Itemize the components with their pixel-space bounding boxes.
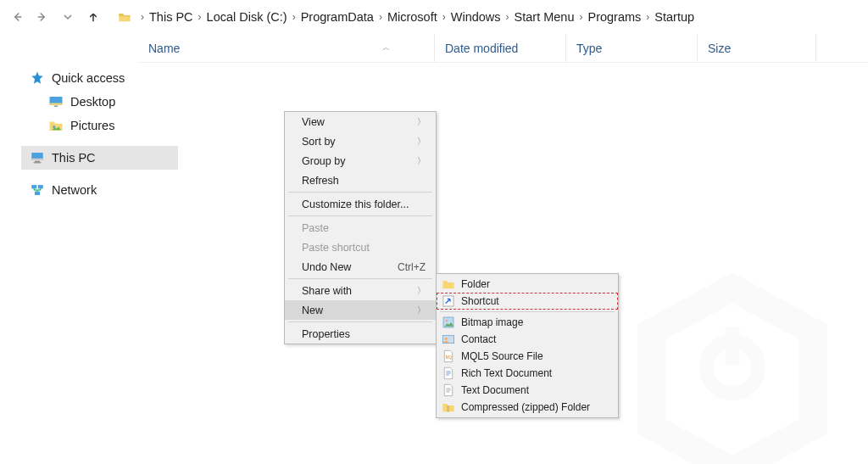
separator <box>288 192 432 193</box>
svg-rect-7 <box>50 103 63 105</box>
chevron-right-icon: › <box>506 11 509 23</box>
zip-icon <box>442 400 455 414</box>
submenu-new-shortcut[interactable]: Shortcut <box>437 293 618 310</box>
chevron-right-icon: › <box>141 11 144 23</box>
tree-quick-access[interactable]: Quick access <box>21 66 178 90</box>
svg-point-21 <box>445 338 448 340</box>
submenu-label: Contact <box>461 333 496 345</box>
file-rtf-icon <box>442 366 455 380</box>
tree-label: This PC <box>52 151 96 165</box>
sort-indicator-icon: ︿ <box>382 42 390 53</box>
column-date[interactable]: Date modified <box>435 34 566 62</box>
separator <box>288 278 432 279</box>
nav-up-button[interactable] <box>83 7 103 27</box>
svg-rect-16 <box>35 192 40 196</box>
column-size[interactable]: Size <box>698 34 816 62</box>
nav-forward-button[interactable] <box>32 7 53 27</box>
submenu-arrow-icon: 〉 <box>417 155 426 167</box>
toolbar: › This PC › Local Disk (C:) › ProgramDat… <box>0 0 868 34</box>
address-bar[interactable]: › This PC › Local Disk (C:) › ProgramDat… <box>112 10 861 24</box>
chevron-right-icon: › <box>646 11 649 23</box>
submenu-new-text[interactable]: Text Document <box>437 382 618 399</box>
navigation-pane: Quick access Desktop Pictures This PC Ne… <box>0 49 178 202</box>
tree-label: Desktop <box>70 95 115 109</box>
tree-pictures[interactable]: Pictures <box>21 114 178 137</box>
keyboard-shortcut: Ctrl+Z <box>398 261 426 273</box>
folder-icon <box>442 277 455 291</box>
svg-rect-11 <box>31 159 43 160</box>
breadcrumb-item[interactable]: This PC <box>147 10 195 24</box>
ctx-paste: Paste <box>285 218 436 238</box>
breadcrumb-item[interactable]: ProgramData <box>299 10 376 24</box>
submenu-new-zip[interactable]: Compressed (zipped) Folder <box>437 399 618 416</box>
submenu-label: Rich Text Document <box>461 367 552 379</box>
ctx-sort-by[interactable]: Sort by〉 <box>285 131 436 151</box>
folder-icon <box>117 10 132 24</box>
svg-rect-13 <box>34 162 42 163</box>
ctx-share-with[interactable]: Share with〉 <box>285 281 436 300</box>
chevron-right-icon: › <box>198 11 202 23</box>
file-code-icon: MQ <box>442 349 455 363</box>
submenu-new-contact[interactable]: Contact <box>437 331 618 348</box>
tree-network[interactable]: Network <box>21 178 178 202</box>
chevron-right-icon: › <box>579 11 582 23</box>
breadcrumb-item[interactable]: Startup <box>653 10 696 24</box>
tree-this-pc[interactable]: This PC <box>21 146 178 170</box>
nav-recent-dropdown[interactable] <box>58 7 78 27</box>
breadcrumb-item[interactable]: Local Disk (C:) <box>205 10 289 24</box>
column-headers: Name ︿ Date modified Type Size <box>138 34 868 63</box>
svg-rect-15 <box>38 185 43 189</box>
svg-rect-12 <box>35 161 40 163</box>
computer-icon <box>30 150 45 165</box>
ctx-group-by[interactable]: Group by〉 <box>285 151 436 171</box>
submenu-new-folder[interactable]: Folder <box>437 276 618 293</box>
svg-rect-14 <box>31 185 36 189</box>
column-type[interactable]: Type <box>566 34 698 62</box>
submenu-arrow-icon: 〉 <box>417 136 426 148</box>
ctx-refresh[interactable]: Refresh <box>285 171 436 190</box>
submenu-arrow-icon: 〉 <box>417 305 426 316</box>
ctx-properties[interactable]: Properties <box>285 324 436 344</box>
breadcrumb-item[interactable]: Microsoft <box>386 10 439 24</box>
breadcrumb-item[interactable]: Programs <box>586 10 643 24</box>
submenu-new-bitmap[interactable]: Bitmap image <box>437 314 618 331</box>
chevron-right-icon: › <box>442 11 446 23</box>
ctx-customize[interactable]: Customize this folder... <box>285 194 436 214</box>
column-name[interactable]: Name ︿ <box>138 34 435 62</box>
star-icon <box>30 70 45 86</box>
ctx-view[interactable]: View〉 <box>285 112 436 131</box>
tree-label: Pictures <box>70 119 114 132</box>
breadcrumb-item[interactable]: Windows <box>449 10 503 24</box>
ctx-new[interactable]: New〉 <box>285 300 436 320</box>
context-menu: View〉 Sort by〉 Group by〉 Refresh Customi… <box>284 111 437 344</box>
tree-label: Network <box>52 183 97 197</box>
pictures-icon <box>48 118 64 133</box>
context-submenu-new: Folder Shortcut Bitmap image Contact MQ … <box>436 273 619 418</box>
submenu-arrow-icon: 〉 <box>417 285 426 297</box>
svg-rect-3 <box>726 327 740 365</box>
image-icon <box>442 316 455 329</box>
submenu-label: Shortcut <box>461 295 499 307</box>
tree-label: Quick access <box>52 71 125 85</box>
submenu-arrow-icon: 〉 <box>417 116 426 128</box>
submenu-label: MQL5 Source File <box>461 350 543 362</box>
shortcut-icon <box>442 294 455 308</box>
chevron-right-icon: › <box>379 11 382 23</box>
breadcrumb-item[interactable]: Start Menu <box>513 10 576 24</box>
separator <box>288 321 432 322</box>
tree-desktop[interactable]: Desktop <box>21 90 178 114</box>
ctx-undo[interactable]: Undo NewCtrl+Z <box>285 257 436 277</box>
contact-icon <box>442 333 455 346</box>
file-text-icon <box>442 383 455 397</box>
separator <box>288 215 432 216</box>
submenu-new-mql5[interactable]: MQ MQL5 Source File <box>437 348 618 365</box>
network-icon <box>30 182 45 198</box>
svg-text:MQ: MQ <box>446 355 453 360</box>
submenu-new-rtf[interactable]: Rich Text Document <box>437 365 618 382</box>
submenu-label: Text Document <box>461 384 529 396</box>
chevron-right-icon: › <box>292 11 296 23</box>
submenu-label: Compressed (zipped) Folder <box>461 401 590 413</box>
ctx-paste-shortcut: Paste shortcut <box>285 238 436 257</box>
separator <box>440 311 615 312</box>
nav-back-button[interactable] <box>7 7 27 27</box>
